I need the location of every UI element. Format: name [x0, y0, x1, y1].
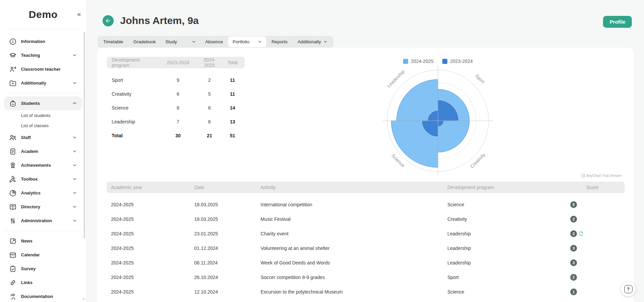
- additionally-icon: [9, 79, 17, 87]
- activities-cell: Sport: [447, 275, 560, 280]
- chevron-down-icon: [72, 135, 77, 140]
- summary-cell: 8: [157, 105, 199, 111]
- sidebar-item-label: Links: [21, 280, 32, 285]
- sidebar-item-classroom-teacher[interactable]: Classroom teacher: [4, 62, 82, 76]
- activities-cell: International competition: [261, 202, 447, 207]
- sidebar-menu: InformationTeachingClassroom teacherAddi…: [0, 29, 86, 302]
- chart-watermark: AnyChart Trial Version: [581, 173, 622, 178]
- tab-label: Study: [165, 39, 177, 44]
- activities-cell: Leadership: [447, 231, 560, 236]
- activities-row[interactable]: 2024-202506.11.2024Week of Good Deeds an…: [107, 255, 625, 270]
- tab-portfolio[interactable]: Portfolio: [228, 37, 266, 47]
- sidebar-scrollbar[interactable]: [84, 32, 85, 238]
- sidebar-item-additionally[interactable]: Additionally: [4, 76, 82, 90]
- summary-cell: 2: [199, 77, 220, 83]
- sidebar-item-administration[interactable]: Administration: [4, 214, 82, 228]
- summary-row: Creativity6511: [107, 87, 245, 101]
- sidebar-subitem-list-of-students[interactable]: List of students: [0, 110, 86, 120]
- sidebar-scroll-arrow-icon[interactable]: [82, 298, 85, 300]
- activities-cell: 2024-2025: [107, 231, 194, 236]
- chevron-down-icon: [258, 40, 262, 44]
- sidebar-item-calendar[interactable]: Calendar: [4, 248, 82, 262]
- tab-absence[interactable]: Absence: [200, 36, 228, 48]
- activities-row[interactable]: 2024-202526.10.2024Soccer competition 8-…: [107, 270, 625, 284]
- staff-icon: [9, 134, 17, 142]
- sidebar-item-information[interactable]: Information: [4, 34, 82, 48]
- sidebar-subitem-list-of-classes[interactable]: List of classes: [0, 120, 86, 131]
- tab-label: Gradebook: [133, 39, 156, 44]
- sidebar-item-news[interactable]: News: [4, 234, 82, 248]
- score-cell: 2: [560, 274, 625, 281]
- activities-cell: Charity event: [261, 231, 447, 236]
- activities-table: Academic yearDateActivityDevelopment pro…: [107, 182, 625, 299]
- documentation-icon: [9, 293, 17, 301]
- sidebar-item-directory[interactable]: Directory: [4, 200, 82, 214]
- divider: [4, 231, 82, 231]
- activities-cell: 01.12.2024: [194, 246, 261, 251]
- sidebar-item-label: Directory: [21, 204, 40, 209]
- sidebar-item-academ[interactable]: Academ: [4, 144, 82, 158]
- sidebar-item-survey[interactable]: Survey: [4, 262, 82, 276]
- activities-header-cell: Score: [560, 185, 625, 190]
- activities-cell: 2024-2025: [107, 275, 194, 280]
- summary-row: Sport9211: [107, 73, 245, 87]
- sidebar-item-documentation[interactable]: Documentation: [4, 289, 82, 302]
- score-badge: 1: [570, 288, 577, 295]
- tab-additionally[interactable]: Additionally: [292, 36, 333, 48]
- summary-cell: Leadership: [107, 119, 157, 124]
- svg-text:Leadership: Leadership: [386, 69, 406, 89]
- sidebar-item-toolbox[interactable]: Toolbox: [4, 172, 82, 186]
- sidebar-item-students[interactable]: Students: [4, 96, 82, 110]
- legend-swatch: [403, 59, 408, 64]
- summary-header-cell: Development program: [107, 57, 157, 68]
- sidebar-item-teaching[interactable]: Teaching: [4, 48, 82, 62]
- sidebar-item-staff[interactable]: Staff: [4, 131, 82, 144]
- svg-text:Science: Science: [391, 153, 406, 168]
- sidebar-collapse-icon[interactable]: «: [77, 10, 81, 18]
- activities-cell: 2024-2025: [107, 246, 194, 251]
- activities-cell: Soccer competition 8-9 grades: [261, 275, 447, 280]
- profile-button[interactable]: Profile: [603, 16, 632, 28]
- legend-item-2023-2024[interactable]: 2023-2024: [442, 59, 473, 64]
- activities-cell: Creativity: [447, 216, 560, 222]
- activities-cell: 23.01.2025: [194, 231, 261, 236]
- summary-cell: 11: [220, 77, 245, 83]
- activities-table-header: Academic yearDateActivityDevelopment pro…: [107, 182, 625, 193]
- tab-reports[interactable]: Reports: [266, 36, 292, 48]
- toolbox-icon: [9, 175, 17, 183]
- activities-cell: 18.03.2025: [194, 202, 261, 207]
- tab-timetable[interactable]: Timetable: [98, 36, 128, 48]
- chevron-down-icon: [72, 163, 77, 168]
- sidebar-item-achievements[interactable]: Achievements: [4, 158, 82, 172]
- help-button[interactable]: ?: [621, 282, 636, 296]
- chevron-down-icon: [72, 177, 77, 182]
- chevron-down-icon: [72, 53, 77, 58]
- survey-icon: [9, 265, 17, 273]
- sidebar-item-analytics[interactable]: Analytics: [4, 186, 82, 200]
- legend-item-2024-2025[interactable]: 2024-2025: [403, 59, 434, 64]
- sidebar-item-label: News: [21, 238, 32, 243]
- links-icon: [9, 279, 17, 287]
- classroom-teacher-icon: [9, 65, 17, 73]
- attachment-icon[interactable]: [578, 231, 584, 236]
- chevron-down-icon: [72, 149, 77, 154]
- activities-row[interactable]: 2024-202512.10.2024Excursion to the poly…: [107, 284, 625, 299]
- activities-row[interactable]: 2024-202518.03.2025International competi…: [107, 197, 625, 212]
- chevron-down-icon: [72, 80, 77, 86]
- activities-row[interactable]: 2024-202523.01.2025Charity eventLeadersh…: [107, 226, 625, 241]
- summary-table: Development program2023-20242024-2025Tot…: [107, 57, 245, 142]
- summary-cell: 14: [220, 105, 245, 111]
- sidebar-item-label: Students: [21, 101, 40, 106]
- achievements-icon: [9, 161, 17, 169]
- summary-cell: Creativity: [107, 91, 157, 97]
- tab-study[interactable]: Study: [161, 36, 200, 48]
- sidebar-item-links[interactable]: Links: [4, 276, 82, 289]
- score-cell: 3: [560, 259, 625, 266]
- question-mark-icon: ?: [624, 285, 632, 293]
- tab-label: Portfolio: [232, 39, 249, 44]
- summary-cell: 30: [157, 133, 199, 138]
- tab-gradebook[interactable]: Gradebook: [128, 36, 161, 48]
- activities-row[interactable]: 2024-202501.12.2024Volunteering at an an…: [107, 241, 625, 255]
- back-button[interactable]: [103, 15, 114, 26]
- activities-row[interactable]: 2024-202518.03.2025Music FestivalCreativ…: [107, 212, 625, 226]
